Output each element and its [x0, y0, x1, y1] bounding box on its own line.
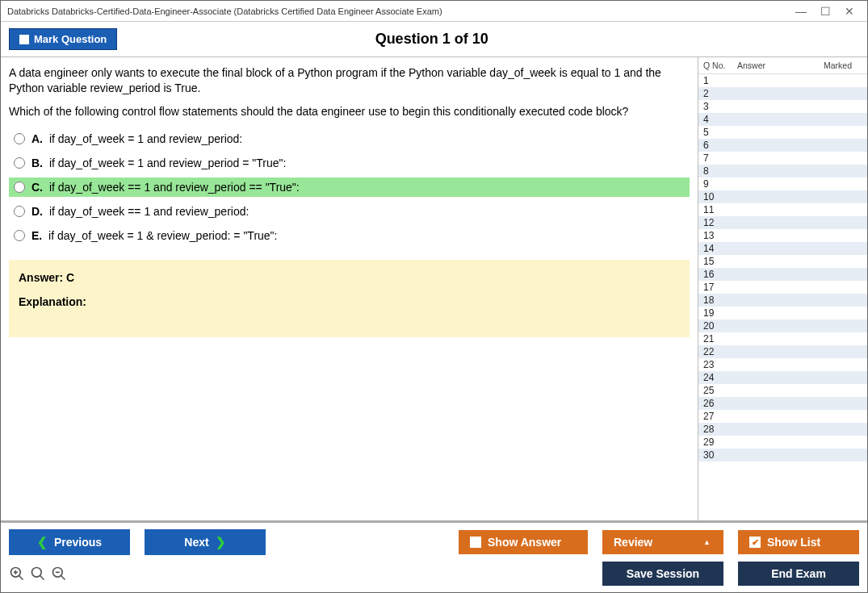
list-item[interactable]: 3 — [698, 100, 867, 113]
zoom-reset-icon[interactable] — [9, 566, 25, 582]
show-answer-button[interactable]: Show Answer — [459, 530, 588, 554]
list-item[interactable]: 25 — [698, 384, 867, 397]
question-text-2: Which of the following control flow stat… — [9, 104, 690, 119]
list-item[interactable]: 12 — [698, 216, 867, 229]
zoom-in-icon[interactable] — [30, 566, 46, 582]
mark-question-button[interactable]: Mark Question — [9, 28, 117, 50]
option-text: C. if day_of_week == 1 and review_period… — [31, 181, 300, 194]
option-row[interactable]: C. if day_of_week == 1 and review_period… — [9, 177, 690, 197]
list-item[interactable]: 14 — [698, 242, 867, 255]
show-list-button[interactable]: ✔ Show List — [738, 530, 859, 554]
review-label: Review — [614, 536, 652, 549]
list-item[interactable]: 4 — [698, 113, 867, 126]
question-text-1: A data engineer only wants to execute th… — [9, 65, 690, 96]
list-item[interactable]: 17 — [698, 281, 867, 294]
option-radio[interactable] — [14, 206, 25, 217]
svg-line-5 — [40, 576, 44, 580]
previous-button[interactable]: ❮ Previous — [9, 529, 130, 555]
list-item[interactable]: 5 — [698, 126, 867, 139]
answer-text: Answer: C — [19, 271, 680, 284]
checkbox-icon — [470, 537, 481, 548]
list-item[interactable]: 8 — [698, 165, 867, 177]
next-label: Next — [184, 536, 208, 549]
list-item[interactable]: 23 — [698, 358, 867, 371]
list-item[interactable]: 27 — [698, 410, 867, 423]
question-panel: A data engineer only wants to execute th… — [1, 57, 698, 520]
option-row[interactable]: E. if day_of_week = 1 & review_period: =… — [9, 226, 690, 245]
review-button[interactable]: Review ▲ — [602, 530, 723, 554]
option-radio[interactable] — [14, 182, 25, 193]
minimize-icon[interactable]: — — [795, 5, 807, 18]
list-item[interactable]: 28 — [698, 423, 867, 436]
list-item[interactable]: 16 — [698, 268, 867, 281]
col-header-answer: Answer — [731, 61, 824, 70]
explanation-label: Explanation: — [19, 295, 680, 308]
svg-line-7 — [61, 576, 65, 580]
end-exam-button[interactable]: End Exam — [738, 562, 859, 586]
previous-label: Previous — [54, 536, 102, 549]
chevron-down-icon: ▲ — [703, 538, 711, 546]
list-item[interactable]: 30 — [698, 449, 867, 461]
list-item[interactable]: 2 — [698, 87, 867, 100]
list-item[interactable]: 29 — [698, 436, 867, 449]
option-row[interactable]: B. if day_of_week = 1 and review_period … — [9, 153, 690, 173]
list-item[interactable]: 18 — [698, 294, 867, 307]
col-header-qno: Q No. — [703, 61, 731, 70]
option-radio[interactable] — [14, 133, 25, 144]
chevron-left-icon: ❮ — [37, 535, 48, 549]
list-item[interactable]: 21 — [698, 332, 867, 345]
titlebar: Databricks Databricks-Certified-Data-Eng… — [1, 1, 867, 22]
end-exam-label: End Exam — [771, 567, 826, 580]
list-item[interactable]: 15 — [698, 255, 867, 268]
svg-point-4 — [32, 568, 42, 578]
zoom-out-icon[interactable] — [51, 566, 67, 582]
show-answer-label: Show Answer — [488, 536, 561, 549]
list-item[interactable]: 20 — [698, 319, 867, 332]
chevron-right-icon: ❯ — [216, 535, 226, 549]
maximize-icon[interactable]: ☐ — [819, 5, 832, 18]
svg-line-1 — [19, 576, 23, 580]
save-session-button[interactable]: Save Session — [602, 562, 723, 586]
option-text: B. if day_of_week = 1 and review_period … — [31, 157, 286, 169]
list-item[interactable]: 6 — [698, 139, 867, 152]
list-item[interactable]: 13 — [698, 229, 867, 242]
option-row[interactable]: D. if day_of_week == 1 and review_period… — [9, 202, 690, 221]
list-item[interactable]: 9 — [698, 177, 867, 190]
option-text: A. if day_of_week = 1 and review_period: — [31, 132, 242, 145]
list-item[interactable]: 22 — [698, 345, 867, 358]
option-radio[interactable] — [14, 157, 25, 169]
list-item[interactable]: 10 — [698, 190, 867, 203]
option-text: E. if day_of_week = 1 & review_period: =… — [31, 229, 277, 242]
question-heading: Question 1 of 10 — [117, 31, 746, 48]
option-text: D. if day_of_week == 1 and review_period… — [31, 205, 249, 218]
list-item[interactable]: 11 — [698, 203, 867, 216]
question-list-panel: Q No. Answer Marked 12345678910111213141… — [698, 57, 867, 520]
option-row[interactable]: A. if day_of_week = 1 and review_period: — [9, 129, 690, 148]
checkmark-icon: ✔ — [749, 537, 761, 548]
close-icon[interactable]: ✕ — [843, 5, 856, 18]
list-item[interactable]: 26 — [698, 397, 867, 410]
next-button[interactable]: Next ❯ — [145, 529, 266, 555]
window-title: Databricks Databricks-Certified-Data-Eng… — [7, 6, 442, 16]
save-session-label: Save Session — [627, 567, 699, 580]
list-item[interactable]: 1 — [698, 74, 867, 87]
list-item[interactable]: 19 — [698, 307, 867, 319]
list-item[interactable]: 7 — [698, 152, 867, 165]
list-item[interactable]: 24 — [698, 371, 867, 384]
option-radio[interactable] — [14, 230, 25, 241]
mark-question-label: Mark Question — [34, 33, 107, 45]
col-header-marked: Marked — [824, 61, 864, 70]
show-list-label: Show List — [767, 536, 820, 549]
answer-panel: Answer: C Explanation: — [9, 260, 690, 337]
checkbox-icon — [19, 35, 29, 44]
question-list-scroll[interactable]: 1234567891011121314151617181920212223242… — [698, 74, 867, 520]
